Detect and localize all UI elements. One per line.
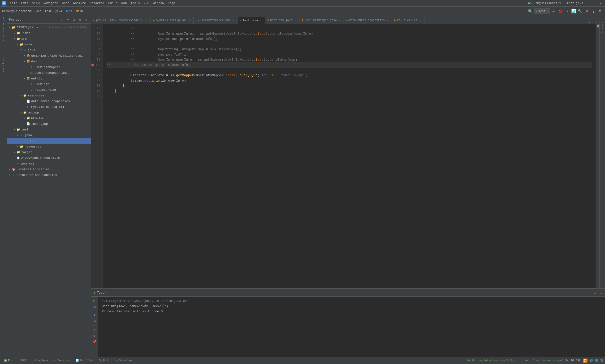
- tree-webinf[interactable]: 📁 WEB-INF: [7, 115, 91, 121]
- favorites-side-icon[interactable]: Favorites: [0, 62, 7, 68]
- tree-scratches[interactable]: ✏ Scratches and Consoles: [7, 172, 91, 178]
- menu-vcs[interactable]: VCS: [142, 1, 151, 5]
- tree-helloservlet[interactable]: C HelloServlet: [7, 87, 91, 93]
- lang-indicator[interactable]: 英: [583, 359, 588, 363]
- more-tools-icon[interactable]: ⋮: [590, 8, 596, 14]
- menu-analyze[interactable]: Analyze: [71, 1, 88, 5]
- tree-userinfo[interactable]: C UserInfo: [7, 81, 91, 87]
- tab-userinfo-java[interactable]: C UserInfo.java ✕: [265, 17, 299, 24]
- tab-pom-close[interactable]: ✕: [145, 19, 148, 22]
- tree-idea[interactable]: 📁 .idea: [7, 30, 91, 36]
- structure-side-icon[interactable]: Structure: [0, 31, 7, 37]
- run-tab-close[interactable]: ✕: [105, 291, 107, 294]
- project-scope-icon[interactable]: ⊙: [59, 17, 64, 23]
- tab-datasource[interactable]: ⚙ dataSource.properties ✕: [344, 17, 392, 24]
- filter-icon[interactable]: ⊟: [92, 327, 97, 332]
- coverage-button[interactable]: ⚡: [564, 8, 570, 14]
- menu-view[interactable]: View: [30, 1, 41, 5]
- breadcrumb-src[interactable]: src: [36, 10, 41, 13]
- menu-refactor[interactable]: Refactor: [88, 1, 106, 5]
- run-config-button[interactable]: ▶ Test ▾: [534, 9, 550, 14]
- tab-mc-close[interactable]: ✕: [188, 19, 191, 22]
- menu-navigate[interactable]: Navigate: [42, 1, 60, 5]
- tree-java[interactable]: ☕ java: [7, 47, 91, 53]
- pin-icon[interactable]: 📌: [92, 339, 97, 344]
- menu-help[interactable]: Help: [166, 1, 177, 5]
- project-side-icon[interactable]: Project: [0, 17, 7, 23]
- status-tab-build[interactable]: 🔨 Build: [97, 358, 114, 363]
- code-editor[interactable]: 27 28 29 30 31 32 33 34 35 36 37 38 39: [91, 24, 596, 288]
- tree-iml[interactable]: 📋 A1207MyBalischat01.iml: [7, 155, 91, 161]
- tab-ds-close[interactable]: ✕: [386, 19, 389, 22]
- print-icon[interactable]: 🖨: [92, 319, 97, 324]
- tree-userinfomapper[interactable]: C UserInfoMapper: [7, 64, 91, 70]
- menu-window[interactable]: Window: [151, 1, 166, 5]
- tree-test-resources[interactable]: 📁 resources: [7, 144, 91, 149]
- profile-button[interactable]: 📊: [570, 8, 577, 14]
- settings-icon[interactable]: ⚙: [597, 8, 603, 14]
- tree-com-package[interactable]: 📦 com.A1207.A1207MyBalischat01: [7, 53, 91, 59]
- tree-test-java[interactable]: ☕ java: [7, 132, 91, 138]
- minimize-button[interactable]: ─: [587, 1, 592, 6]
- status-tab-profiler[interactable]: 📊 Profiler: [74, 358, 96, 363]
- breadcrumb-main[interactable]: main: [76, 10, 83, 13]
- database-icon[interactable]: Database: [600, 25, 605, 30]
- tree-mybatis-config[interactable]: m mybatis-config.xml: [7, 104, 91, 110]
- search-everywhere-icon[interactable]: 🔍: [527, 8, 533, 14]
- tree-indexjsp[interactable]: 📄 index.jsp: [7, 121, 91, 127]
- tree-test-folder[interactable]: 📁 test: [7, 127, 91, 132]
- breadcrumb-project[interactable]: A1207MyBalischat01: [2, 10, 33, 13]
- tree-resources[interactable]: 📁 resources: [7, 93, 91, 98]
- tab-ui-close[interactable]: ✕: [294, 19, 297, 22]
- tree-target[interactable]: 📁 target: [7, 149, 91, 155]
- stop-button[interactable]: ⏹: [584, 8, 590, 14]
- tree-dao[interactable]: 📦 dao: [7, 59, 91, 64]
- build-button[interactable]: 🔨: [577, 8, 583, 14]
- code-text[interactable]: // // UserInfo userInfo1 = ss.getMapper(…: [103, 24, 596, 288]
- editor-scrollbar[interactable]: [596, 24, 599, 288]
- tree-root[interactable]: 📁 A1207MyBalischat01 D:\JavaEnterpriseWe…: [7, 25, 91, 30]
- tree-ext-libs[interactable]: 📚 External Libraries: [7, 166, 91, 172]
- status-tab-run[interactable]: ▶ Run: [2, 359, 15, 363]
- bottom-settings-icon[interactable]: ⚙: [593, 291, 598, 296]
- tab-hs-close[interactable]: ✕: [419, 19, 422, 22]
- tree-datasource[interactable]: 📄 dataSource.properties: [7, 98, 91, 104]
- breadcrumb-java[interactable]: java: [55, 10, 62, 13]
- scroll-end-icon[interactable]: ⬇: [92, 312, 97, 318]
- tab-uim-xml[interactable]: 🗃 UserInfoMapper.xml ✕: [193, 17, 237, 24]
- project-layout-icon[interactable]: ≡: [65, 17, 70, 23]
- tree-main[interactable]: 📁 main: [7, 42, 91, 47]
- run-button[interactable]: ▶: [551, 8, 557, 14]
- tab-test-java[interactable]: T Test.java ✕: [237, 17, 265, 24]
- tree-webapp[interactable]: 📁 webapp: [7, 110, 91, 115]
- tree-entity[interactable]: 📦 entity: [7, 76, 91, 81]
- project-close-icon[interactable]: ✕: [84, 17, 89, 23]
- rerun-icon[interactable]: ▶: [92, 298, 97, 303]
- menu-tools[interactable]: Tools: [129, 1, 142, 5]
- run-tab[interactable]: ▶ Test ✕: [92, 290, 109, 296]
- menu-file[interactable]: File: [8, 1, 19, 5]
- tab-uim-close[interactable]: ✕: [338, 19, 341, 22]
- status-tab-problems[interactable]: ⚠ Problems: [30, 358, 50, 363]
- maximize-button[interactable]: □: [593, 1, 597, 6]
- tree-test-class[interactable]: T Test: [7, 138, 91, 144]
- menu-run[interactable]: Run: [119, 1, 129, 5]
- tree-src[interactable]: 📁 src: [7, 36, 91, 42]
- project-settings-icon[interactable]: ⚙: [77, 17, 83, 23]
- tab-helloservlet[interactable]: C HelloServlet ✕: [392, 17, 425, 24]
- project-collapse-icon[interactable]: ⊟: [71, 17, 77, 23]
- status-tab-services[interactable]: ⚙ Services: [114, 358, 134, 363]
- menu-build[interactable]: Build: [106, 1, 119, 5]
- stop-run-icon[interactable]: ⏹: [92, 304, 97, 309]
- breadcrumb-test[interactable]: test: [45, 10, 52, 13]
- bottom-minimize-icon[interactable]: ─: [599, 291, 604, 296]
- status-tab-todo[interactable]: ☑ TODO: [16, 358, 29, 363]
- menu-code[interactable]: Code: [60, 1, 71, 5]
- tab-uim-java[interactable]: I UserInfoMapper.java ✕: [299, 17, 344, 24]
- menu-edit[interactable]: Edit: [19, 1, 30, 5]
- close-button[interactable]: ✕: [598, 1, 603, 6]
- tree-uim-xml[interactable]: 🗃 UserInfoMapper.xml: [7, 70, 91, 76]
- run-settings-icon[interactable]: ⚙: [92, 333, 97, 338]
- tab-uim-xml-close[interactable]: ✕: [232, 19, 235, 22]
- tab-test-close[interactable]: ✕: [259, 19, 263, 22]
